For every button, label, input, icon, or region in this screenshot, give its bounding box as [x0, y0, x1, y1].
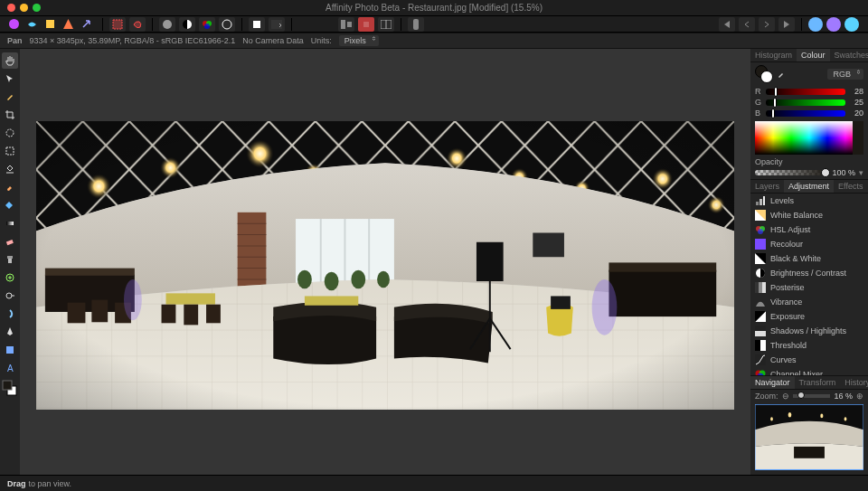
red-slider[interactable]: [766, 89, 845, 95]
pen-tool[interactable]: [2, 324, 18, 340]
toolbar-separator: [241, 18, 242, 31]
text-tool[interactable]: A: [2, 360, 18, 376]
tab-navigator[interactable]: Navigator: [750, 376, 795, 389]
zoom-out-button[interactable]: ⊖: [782, 392, 789, 401]
move-backward-button[interactable]: [739, 17, 755, 32]
tab-swatches[interactable]: Swatches: [830, 49, 868, 61]
toggle-quickmask-button[interactable]: [358, 17, 374, 32]
auto-wb-button[interactable]: [219, 17, 235, 32]
adjustment-chmix[interactable]: Channel Mixer: [750, 367, 868, 376]
svg-point-77: [297, 270, 312, 289]
toolbar-separator: [291, 18, 292, 31]
persona-tone-icon[interactable]: [61, 18, 74, 31]
move-forward-button[interactable]: [759, 17, 775, 32]
tab-histogram[interactable]: Histogram: [750, 49, 797, 61]
studio-tabs: Layers Adjustment Effects Styles Stock: [750, 180, 868, 194]
traffic-lights: [0, 4, 41, 12]
adjustment-bc[interactable]: Brightness / Contrast: [750, 266, 868, 280]
hue-saturation-picker[interactable]: [755, 121, 863, 155]
adjustment-vibrance[interactable]: Vibrance: [750, 295, 868, 309]
auto-levels-button[interactable]: [159, 17, 175, 32]
account-purple-icon[interactable]: [826, 17, 841, 32]
adjustment-threshold[interactable]: Threshold: [750, 338, 868, 353]
marquee-tool[interactable]: [2, 143, 18, 159]
zoom-window-button[interactable]: [33, 4, 41, 12]
move-tool[interactable]: [2, 71, 18, 87]
auto-colour-button[interactable]: [199, 17, 215, 32]
units-dropdown[interactable]: Pixels: [339, 35, 379, 46]
navigator-preview[interactable]: [755, 404, 863, 470]
selection-free-button[interactable]: [129, 17, 146, 32]
pan-tool[interactable]: [2, 52, 18, 69]
eyedropper-icon[interactable]: [777, 70, 786, 79]
auto-contrast-button[interactable]: [179, 17, 195, 32]
wb-icon: [755, 210, 766, 221]
paint-brush-tool[interactable]: [2, 179, 18, 195]
zoom-in-button[interactable]: ⊕: [856, 392, 863, 401]
persona-export-icon[interactable]: [80, 18, 92, 31]
crop-rotate-button[interactable]: [249, 17, 265, 32]
tab-adjustment[interactable]: Adjustment: [784, 180, 834, 193]
heal-tool[interactable]: [2, 269, 18, 286]
adjustment-poster[interactable]: Posterise: [750, 280, 868, 295]
tab-layers[interactable]: Layers: [750, 180, 784, 193]
tab-history[interactable]: History: [840, 376, 868, 389]
zoom-value[interactable]: 16 %: [834, 392, 853, 401]
green-value[interactable]: 25: [849, 98, 863, 107]
assistant-button[interactable]: [408, 17, 424, 32]
account-cyan-icon[interactable]: [844, 17, 859, 32]
selection-brush-tool[interactable]: [2, 125, 18, 141]
adjustment-bw[interactable]: Black & White: [750, 251, 868, 266]
blue-slider[interactable]: [766, 110, 845, 117]
chmix-icon: [755, 369, 766, 376]
move-back-button[interactable]: [719, 17, 735, 32]
opacity-value[interactable]: 100 %: [832, 168, 855, 177]
tab-colour[interactable]: Colour: [797, 49, 830, 61]
adjustment-curves[interactable]: Curves: [750, 353, 868, 367]
adjustment-levels[interactable]: Levels: [750, 194, 868, 208]
persona-develop-icon[interactable]: [43, 18, 56, 31]
adjustment-hsl[interactable]: HSL Adjust: [750, 222, 868, 237]
colour-picker-tool[interactable]: [2, 89, 18, 105]
poster-icon: [755, 282, 766, 293]
red-value[interactable]: 28: [849, 87, 863, 96]
opacity-chevron-icon[interactable]: ▾: [859, 168, 863, 177]
arrange-align-button[interactable]: [338, 17, 354, 32]
move-front-button[interactable]: [778, 17, 795, 32]
document-canvas[interactable]: [20, 49, 750, 475]
document-image: [36, 121, 734, 410]
swatches-foreground-background[interactable]: [2, 378, 18, 398]
vibrance-icon: [755, 297, 766, 307]
crop-tool[interactable]: [2, 107, 18, 123]
adjustment-shadhi[interactable]: Shadows / Highlights: [750, 324, 868, 338]
close-window-button[interactable]: [7, 4, 15, 12]
svg-rect-94: [755, 326, 766, 331]
svg-rect-65: [305, 296, 358, 305]
flood-select-tool[interactable]: [2, 161, 18, 177]
colour-mode-dropdown[interactable]: RGB: [827, 69, 863, 80]
toggle-split-button[interactable]: [378, 17, 394, 32]
blue-value[interactable]: 20: [849, 109, 863, 118]
persona-photo-icon[interactable]: [7, 18, 20, 31]
erase-tool[interactable]: [2, 233, 18, 250]
tab-effects[interactable]: Effects: [834, 180, 867, 193]
colour-wells[interactable]: [755, 65, 773, 83]
opacity-slider[interactable]: [755, 170, 828, 175]
smudge-tool[interactable]: [2, 306, 18, 322]
adjustment-wb[interactable]: White Balance: [750, 208, 868, 222]
mask-menu-button[interactable]: [269, 17, 285, 32]
gradient-tool[interactable]: [2, 215, 18, 231]
persona-liquify-icon[interactable]: [25, 18, 38, 31]
shape-tool[interactable]: [2, 342, 18, 358]
minimize-window-button[interactable]: [20, 4, 28, 12]
dodge-tool[interactable]: [2, 288, 18, 304]
green-slider[interactable]: [766, 99, 845, 106]
adjustment-exposure[interactable]: Exposure: [750, 309, 868, 324]
zoom-slider[interactable]: [793, 394, 831, 398]
selection-rect-button[interactable]: [109, 17, 126, 32]
account-blue-icon[interactable]: [808, 17, 823, 32]
clone-tool[interactable]: [2, 251, 18, 268]
fill-tool[interactable]: [2, 197, 18, 213]
tab-transform[interactable]: Transform: [795, 376, 841, 389]
adjustment-recolour[interactable]: Recolour: [750, 237, 868, 251]
